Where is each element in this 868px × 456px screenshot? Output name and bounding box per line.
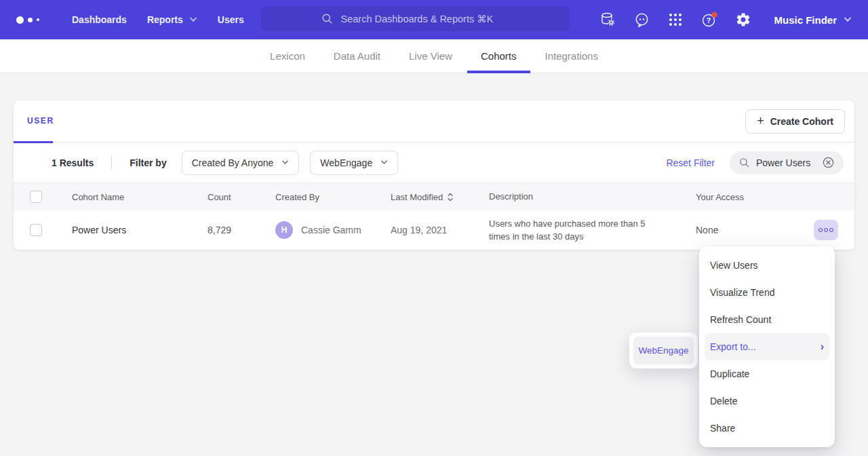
apps-grid-icon[interactable] [667,11,684,28]
clear-search-icon[interactable] [822,156,835,169]
tab-user-cohorts[interactable]: USER [14,100,53,143]
logo-dot [28,18,33,22]
plus-icon: + [757,115,764,127]
created-by-cell: H Cassie Gamm [275,221,391,239]
tab-label: Cohorts [481,50,517,62]
global-search-input[interactable] [341,14,511,24]
divider [111,156,112,170]
tab-label: Lexicon [270,50,305,62]
cohort-search-field[interactable] [730,151,844,174]
dot [824,228,828,232]
avatar: H [275,221,293,239]
header-created-by[interactable]: Created By [275,192,391,202]
help-icon[interactable]: ? [701,11,718,28]
menu-item-view-users[interactable]: View Users [699,252,835,279]
cohort-type-tabs: USER + Create Cohort [14,100,854,142]
nav-item-label: Users [218,14,244,25]
nav-item-reports[interactable]: Reports [147,14,197,25]
created-by-filter-dropdown[interactable]: Created By Anyone [182,151,300,175]
description-cell: Users who have purchased more than 5 tim… [489,217,682,244]
count-cell: 8,729 [194,225,248,235]
feedback-icon[interactable] [633,11,650,28]
nav-right-icons: ? Music Finder [599,11,852,28]
table-row[interactable]: Power Users 8,729 H Cassie Gamm Aug 19, … [14,210,854,250]
account-name: Music Finder [774,14,837,26]
cohort-name-cell[interactable]: Power Users [72,225,194,235]
cohort-search-input[interactable] [756,157,816,168]
reset-filter-link[interactable]: Reset Filter [666,157,715,168]
menu-item-export-to[interactable]: Export to... › [705,333,829,360]
last-modified-cell: Aug 19, 2021 [391,225,489,235]
menu-item-duplicate[interactable]: Duplicate [699,360,835,387]
tab-live-view[interactable]: Live View [395,39,466,73]
header-your-access[interactable]: Your Access [682,192,814,202]
nav-item-dashboards[interactable]: Dashboards [72,14,127,25]
notification-badge [712,12,717,17]
header-count[interactable]: Count [194,192,248,202]
row-actions-menu-button[interactable] [814,220,838,240]
create-cohort-label: Create Cohort [770,116,833,127]
tab-cohorts[interactable]: Cohorts [467,39,530,73]
tab-data-audit[interactable]: Data Audit [320,39,394,73]
question-mark-glyph: ? [707,16,711,24]
global-search-bar[interactable] [261,6,570,31]
cohorts-panel: USER + Create Cohort 1 Results Filter by… [14,100,854,250]
tab-label: Integrations [545,50,598,62]
search-icon [738,157,750,168]
nav-item-users[interactable]: Users [218,14,244,25]
tab-label: Data Audit [334,50,380,62]
header-description[interactable]: Description [489,190,682,204]
access-cell: None [682,225,814,235]
filter-by-label: Filter by [130,157,166,168]
data-management-icon[interactable] [599,11,616,28]
results-count: 1 Results [52,157,94,168]
dropdown-value: Created By Anyone [192,157,274,168]
settings-gear-icon[interactable] [734,11,752,28]
account-switcher[interactable]: Music Finder [774,14,852,26]
section-tabbar: Lexicon Data Audit Live View Cohorts Int… [0,39,868,73]
export-submenu: WebEngage [629,332,698,368]
tab-lexicon[interactable]: Lexicon [256,39,319,73]
menu-item-share[interactable]: Share [699,415,835,442]
header-cohort-name[interactable]: Cohort Name [72,192,194,202]
tab-integrations[interactable]: Integrations [532,39,612,73]
logo-dot [16,16,24,24]
select-all-checkbox[interactable] [30,191,42,203]
row-actions-context-menu: View Users Visualize Trend Refresh Count… [699,246,835,447]
header-label: Last Modified [391,192,443,202]
sort-icon [448,193,453,202]
chevron-down-icon [281,160,289,165]
header-last-modified[interactable]: Last Modified [391,192,489,202]
create-cohort-button[interactable]: + Create Cohort [745,109,845,134]
chevron-down-icon [844,17,852,22]
dot [829,228,833,232]
tab-label: USER [27,116,54,126]
nav-item-label: Dashboards [72,14,127,25]
chevron-down-icon [189,17,197,22]
submenu-item-webengage[interactable]: WebEngage [633,337,694,364]
nav-item-label: Reports [147,14,183,25]
top-navigation: Dashboards Reports Users [0,0,868,39]
menu-item-visualize-trend[interactable]: Visualize Trend [699,279,835,306]
menu-item-delete[interactable]: Delete [699,387,835,415]
row-checkbox[interactable] [30,224,42,236]
app-logo[interactable] [16,16,52,24]
creator-name: Cassie Gamm [301,225,361,235]
filter-bar: 1 Results Filter by Created By Anyone We… [14,142,854,183]
menu-item-label: Export to... [710,341,756,352]
tab-label: Live View [409,50,452,62]
chevron-right-icon: › [821,341,824,352]
search-icon [321,12,334,25]
dot [818,228,823,232]
chevron-down-icon [380,160,388,165]
menu-item-refresh-count[interactable]: Refresh Count [699,306,835,333]
dropdown-value: WebEngage [320,157,372,168]
source-filter-dropdown[interactable]: WebEngage [310,151,398,175]
logo-dot [37,18,39,21]
table-header-row: Cohort Name Count Created By Last Modifi… [14,183,854,210]
